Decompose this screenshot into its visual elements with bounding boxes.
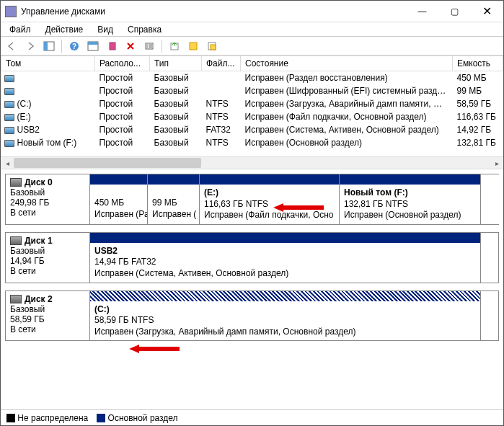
partition-title: USB2 xyxy=(94,246,476,257)
partition-status: Исправен (Основной раздел) xyxy=(344,210,476,221)
col-capacity[interactable]: Емкость xyxy=(453,56,503,71)
square-icon xyxy=(97,414,105,422)
svg-marker-16 xyxy=(129,345,180,353)
menubar: Файл Действие Вид Справка xyxy=(1,22,503,37)
partition-stripe xyxy=(90,233,480,243)
disk-partitions: 450 МБИсправен (Разде99 МБИсправен ((E:)… xyxy=(90,174,499,225)
action-2-button[interactable] xyxy=(185,39,201,53)
svg-point-8 xyxy=(146,44,148,45)
volume-type: Базовый xyxy=(150,136,202,149)
volume-capacity: 132,81 ГБ xyxy=(453,136,503,149)
scroll-thumb[interactable] xyxy=(14,158,201,168)
delete-button[interactable] xyxy=(123,39,138,53)
volume-icon xyxy=(4,140,14,147)
menu-action[interactable]: Действие xyxy=(40,23,89,36)
volume-icon xyxy=(4,101,14,108)
menu-help[interactable]: Справка xyxy=(122,23,167,36)
partition[interactable]: Новый том (F:)132,81 ГБ NTFSИсправен (Ос… xyxy=(340,174,481,224)
partition[interactable]: (E:)116,63 ГБ NTFSИсправен (Файл подкачк… xyxy=(200,174,340,224)
partition-status: Исправен (Система, Активен, Основной раз… xyxy=(94,268,476,280)
partition-title: Новый том (F:) xyxy=(344,187,476,199)
disk-icon xyxy=(10,236,22,245)
scroll-right-button[interactable]: ▸ xyxy=(490,157,503,169)
volume-row[interactable]: USB2ПростойБазовыйFAT32Исправен (Система… xyxy=(1,123,503,136)
partition-title: (C:) xyxy=(94,304,476,316)
svg-rect-6 xyxy=(110,43,115,50)
legend-primary: Основной раздел xyxy=(97,413,177,423)
disk-info: Диск 2Базовый58,59 ГБВ сети xyxy=(5,290,90,342)
disk-icon xyxy=(10,178,22,187)
disk-partitions: (C:)58,59 ГБ NTFSИсправен (Загрузка, Ава… xyxy=(90,290,499,342)
volume-capacity: 116,63 ГБ xyxy=(453,110,503,123)
volume-row[interactable]: (C:)ПростойБазовыйNTFSИсправен (Загрузка… xyxy=(1,97,503,110)
partition-size: 14,94 ГБ FAT32 xyxy=(94,257,476,268)
properties-button[interactable] xyxy=(141,39,157,53)
toolbar-separator xyxy=(162,40,162,53)
volume-row[interactable]: (E:)ПростойБазовыйNTFSИсправен (Файл под… xyxy=(1,110,503,123)
menu-file[interactable]: Файл xyxy=(4,23,37,36)
disk-size: 249,98 ГБ xyxy=(10,198,85,208)
scroll-track[interactable] xyxy=(14,157,490,169)
svg-rect-12 xyxy=(190,43,197,50)
scroll-left-button[interactable]: ◂ xyxy=(1,157,14,169)
disk-state: В сети xyxy=(10,324,85,334)
partition[interactable]: 99 МБИсправен ( xyxy=(148,174,200,224)
disk-partitions: USB214,94 ГБ FAT32Исправен (Система, Акт… xyxy=(90,232,499,283)
volume-row[interactable]: ПростойБазовыйИсправен (Раздел восстанов… xyxy=(1,71,503,85)
partition-size: 132,81 ГБ NTFS xyxy=(344,199,476,210)
settings-button[interactable] xyxy=(104,39,120,53)
volume-status: Исправен (Система, Активен, Основной раз… xyxy=(241,123,453,136)
partition-stripe xyxy=(148,174,199,185)
volume-layout: Простой xyxy=(95,84,150,97)
help-button[interactable]: ? xyxy=(66,39,82,53)
volume-row[interactable]: ПростойБазовыйИсправен (Шифрованный (EFI… xyxy=(1,84,503,97)
close-button[interactable]: ✕ xyxy=(471,1,503,22)
partition-size: 450 МБ xyxy=(94,198,143,209)
volume-layout: Простой xyxy=(95,97,150,110)
titlebar: Управление дисками — ▢ ✕ xyxy=(1,1,503,22)
partition[interactable]: USB214,94 ГБ FAT32Исправен (Система, Акт… xyxy=(90,233,481,283)
volume-name: (C:) xyxy=(17,99,32,109)
partition-stripe xyxy=(340,174,480,185)
column-headers[interactable]: Том Располо... Тип Файл... Состояние Емк… xyxy=(1,56,503,71)
menu-view[interactable]: Вид xyxy=(92,23,119,36)
window-title: Управление дисками xyxy=(21,6,406,17)
col-layout[interactable]: Располо... xyxy=(95,56,150,71)
disk-type: Базовый xyxy=(10,304,85,314)
maximize-button[interactable]: ▢ xyxy=(438,1,471,22)
partition[interactable]: (C:)58,59 ГБ NTFSИсправен (Загрузка, Ава… xyxy=(90,291,481,341)
minimize-button[interactable]: — xyxy=(406,1,438,22)
volume-list[interactable]: Том Располо... Тип Файл... Состояние Емк… xyxy=(1,56,503,156)
volume-type: Базовый xyxy=(150,123,202,136)
disk-state: В сети xyxy=(10,266,85,276)
volume-status: Исправен (Файл подкачки, Основной раздел… xyxy=(241,110,453,123)
panel-toggle-button[interactable] xyxy=(41,39,57,53)
square-icon xyxy=(6,414,15,422)
refresh-button[interactable] xyxy=(85,39,101,53)
volume-fs: NTFS xyxy=(202,97,241,110)
svg-marker-15 xyxy=(273,203,324,212)
disk-type: Базовый xyxy=(10,187,85,198)
col-type[interactable]: Тип xyxy=(150,56,202,71)
partition-title: (E:) xyxy=(204,187,335,199)
volume-capacity: 58,59 ГБ xyxy=(453,97,503,110)
forward-button[interactable] xyxy=(22,39,38,53)
col-volume[interactable]: Том xyxy=(1,56,95,71)
back-button[interactable] xyxy=(4,39,19,53)
svg-point-9 xyxy=(146,45,148,47)
disk-size: 14,94 ГБ xyxy=(10,256,85,266)
col-fs[interactable]: Файл... xyxy=(202,56,241,71)
partition-size: 58,59 ГБ NTFS xyxy=(94,315,476,327)
action-3-button[interactable] xyxy=(204,39,220,53)
action-1-button[interactable] xyxy=(167,39,182,53)
horizontal-scrollbar[interactable]: ◂ ▸ xyxy=(1,156,503,169)
volume-row[interactable]: Новый том (F:)ПростойБазовыйNTFSИсправен… xyxy=(1,136,503,149)
partition[interactable]: 450 МБИсправен (Разде xyxy=(90,174,148,224)
volume-capacity: 14,92 ГБ xyxy=(453,123,503,136)
volume-fs xyxy=(202,84,241,97)
disk-type: Базовый xyxy=(10,246,85,256)
col-status[interactable]: Состояние xyxy=(241,56,453,71)
partition-stripe xyxy=(90,174,147,185)
volume-icon xyxy=(4,88,14,95)
volume-icon xyxy=(4,114,14,121)
